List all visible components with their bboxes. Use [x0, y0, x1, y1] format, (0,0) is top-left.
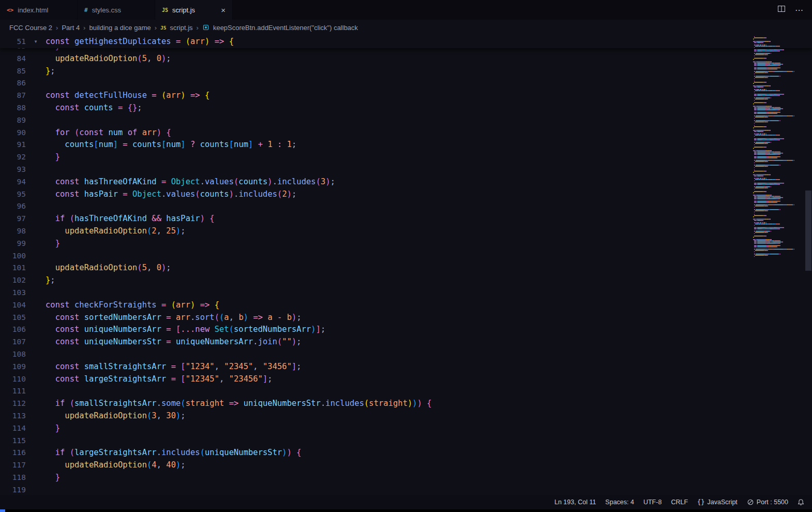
code-line[interactable]: 118 }: [0, 472, 812, 484]
indentation-indicator[interactable]: Spaces: 4: [600, 499, 639, 506]
code-line[interactable]: 96: [0, 200, 812, 213]
line-number: 113: [0, 410, 26, 422]
code-line[interactable]: 86: [0, 77, 812, 90]
code-line[interactable]: 107 const uniqueNumbersStr = uniqueNumbe…: [0, 336, 812, 348]
code-text: }: [46, 472, 60, 484]
code-line[interactable]: 101 updateRadioOption(5, 0);: [0, 262, 812, 274]
taskbar-strip: [0, 509, 812, 512]
code-line[interactable]: 99 }: [0, 238, 812, 250]
tab-script-js[interactable]: JS script.js ×: [155, 0, 233, 20]
code-line[interactable]: 112 if (smallStraightsArr.some(straight …: [0, 398, 812, 410]
code-line[interactable]: 84 updateRadioOption(5, 0);: [0, 53, 812, 65]
line-number: 96: [0, 200, 26, 213]
code-line[interactable]: 108: [0, 348, 812, 361]
code-line[interactable]: 92 }: [0, 151, 812, 164]
line-number: 118: [0, 472, 26, 484]
html-file-icon: <>: [7, 7, 13, 13]
code-line[interactable]: 90 for (const num of arr) {: [0, 127, 812, 139]
code-text: }: [46, 422, 60, 435]
tab-label: index.html: [18, 6, 48, 14]
sticky-scroll-line[interactable]: 51 ▾ const getHighestDuplicates = (arr) …: [0, 35, 812, 48]
symbol-callback-icon: [202, 24, 209, 31]
breadcrumb-item-project[interactable]: building a dice game: [89, 24, 151, 32]
line-number: 105: [0, 312, 26, 324]
eol-indicator[interactable]: CRLF: [666, 499, 693, 506]
breadcrumb-item-symbol[interactable]: keepScoreBtn.addEventListener("click") c…: [213, 24, 358, 32]
code-line[interactable]: 91 counts[num] = counts[num] ? counts[nu…: [0, 139, 812, 151]
code-text: const largeStraightsArr = ["12345", "234…: [46, 373, 273, 386]
scrollbar-thumb[interactable]: [805, 191, 811, 271]
encoding-indicator[interactable]: UTF-8: [639, 499, 666, 506]
line-number: 90: [0, 127, 26, 139]
breadcrumb: FCC Course 2 › Part 4 › building a dice …: [0, 20, 812, 35]
code-line[interactable]: 104const checkForStraights = (arr) => {: [0, 299, 812, 312]
line-number: 112: [0, 398, 26, 410]
code-line[interactable]: 88 const counts = {};: [0, 102, 812, 114]
code-text: updateRadioOption(4, 40);: [46, 459, 186, 472]
chevron-right-icon: ›: [155, 24, 157, 32]
line-number: 91: [0, 139, 26, 151]
code-line[interactable]: 105 const sortedNumbersArr = arr.sort((a…: [0, 312, 812, 324]
line-number: 115: [0, 435, 26, 447]
code-text: }: [46, 238, 60, 250]
code-line[interactable]: 89: [0, 114, 812, 127]
code-line[interactable]: 110 const largeStraightsArr = ["12345", …: [0, 373, 812, 386]
tab-styles-css[interactable]: # styles.css: [78, 0, 155, 20]
code-line[interactable]: 98 updateRadioOption(2, 25);: [0, 225, 812, 238]
notifications-bell-icon[interactable]: [793, 499, 812, 506]
code-line[interactable]: 95 const hasPair = Object.values(counts)…: [0, 188, 812, 201]
line-number: 103: [0, 287, 26, 299]
editor[interactable]: 83 }84 updateRadioOption(5, 0);85};8687c…: [0, 35, 812, 495]
language-indicator[interactable]: {} JavaScript: [693, 499, 742, 506]
code-line[interactable]: 113 updateRadioOption(3, 30);: [0, 410, 812, 422]
code-line[interactable]: 100: [0, 250, 812, 262]
breadcrumb-item-course[interactable]: FCC Course 2: [9, 24, 52, 32]
line-number: 100: [0, 250, 26, 262]
code-line[interactable]: 111: [0, 385, 812, 398]
code-text: updateRadioOption(5, 0);: [46, 53, 171, 65]
code-line[interactable]: 87const detectFullHouse = (arr) => {: [0, 90, 812, 102]
line-number: 119: [0, 484, 26, 495]
line-number: 98: [0, 225, 26, 238]
code-line[interactable]: 115: [0, 435, 812, 447]
code-line[interactable]: 119: [0, 484, 812, 495]
close-icon[interactable]: ×: [216, 6, 225, 14]
breadcrumb-item-part[interactable]: Part 4: [62, 24, 80, 32]
code-line[interactable]: 106 const uniqueNumbersArr = [...new Set…: [0, 324, 812, 336]
code-line[interactable]: 85};: [0, 65, 812, 78]
line-number: 101: [0, 262, 26, 274]
code-text: if (hasThreeOfAKind && hasPair) {: [46, 213, 215, 225]
code-text: updateRadioOption(3, 30);: [46, 410, 186, 422]
live-server-port[interactable]: Port : 5500: [742, 499, 793, 506]
code-text: const smallStraightsArr = ["1234", "2345…: [46, 361, 302, 373]
line-number: 117: [0, 459, 26, 472]
tab-bar: <> index.html # styles.css JS script.js …: [0, 0, 812, 20]
code-line[interactable]: 116 if (largeStraightsArr.includes(uniqu…: [0, 447, 812, 459]
breadcrumb-item-file[interactable]: script.js: [170, 24, 193, 32]
scrollbar[interactable]: [805, 35, 812, 495]
taskbar-sliver: [0, 509, 5, 512]
line-number: 93: [0, 164, 26, 176]
code-line[interactable]: 109 const smallStraightsArr = ["1234", "…: [0, 361, 812, 373]
more-actions-icon[interactable]: ⋯: [795, 5, 804, 15]
line-number: 114: [0, 422, 26, 435]
code-text: const hasThreeOfAKind = Object.values(co…: [46, 176, 335, 188]
line-number: 89: [0, 114, 26, 127]
code-line[interactable]: 93: [0, 164, 812, 176]
code-line[interactable]: 94 const hasThreeOfAKind = Object.values…: [0, 176, 812, 188]
cursor-position-indicator[interactable]: Ln 193, Col 11: [550, 499, 600, 506]
tab-index-html[interactable]: <> index.html: [0, 0, 78, 20]
code-text: counts[num] = counts[num] ? counts[num] …: [46, 139, 296, 151]
minimap[interactable]: [752, 35, 804, 258]
code-line[interactable]: 117 updateRadioOption(4, 40);: [0, 459, 812, 472]
line-number: 99: [0, 238, 26, 250]
code-line[interactable]: 114 }: [0, 422, 812, 435]
line-number: 86: [0, 77, 26, 90]
line-number: 111: [0, 385, 26, 398]
code-text: const checkForStraights = (arr) => {: [46, 299, 219, 312]
fold-chevron-icon[interactable]: ▾: [26, 35, 46, 48]
code-line[interactable]: 102};: [0, 274, 812, 287]
code-line[interactable]: 97 if (hasThreeOfAKind && hasPair) {: [0, 213, 812, 225]
code-line[interactable]: 103: [0, 287, 812, 299]
split-editor-icon[interactable]: [777, 5, 786, 15]
